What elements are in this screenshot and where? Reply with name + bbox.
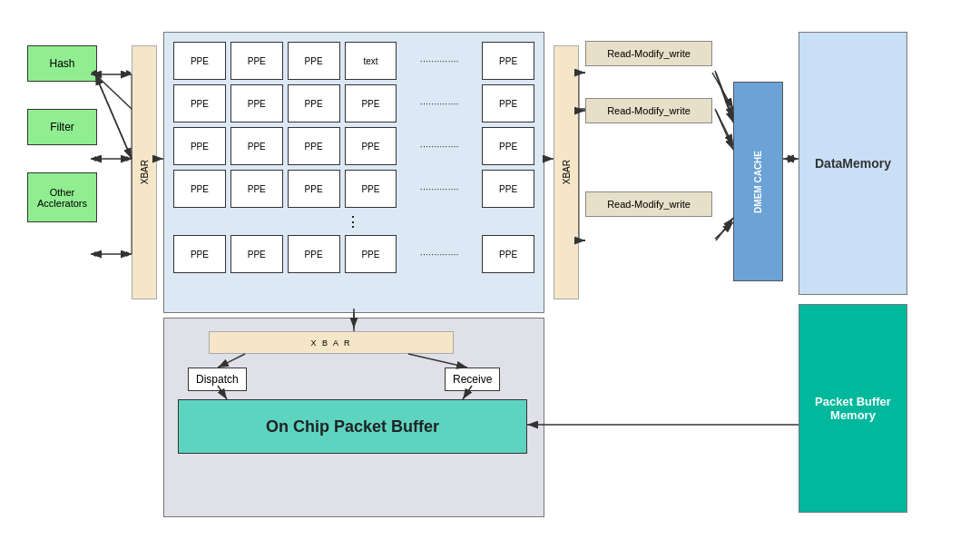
svg-line-18 — [712, 73, 733, 127]
xbar-horizontal: X B A R — [209, 331, 454, 354]
hash-label: Hash — [50, 57, 75, 70]
ppe-cell: PPE — [345, 235, 397, 273]
receive-box: Receive — [445, 368, 500, 391]
rmw-box-3: Read-Modify_write — [585, 191, 712, 217]
filter-box: Filter — [27, 109, 97, 145]
svg-line-15 — [716, 218, 733, 240]
ppe-cell: PPE — [345, 170, 397, 208]
packet-buffer-memory-label: Packet BufferMemory — [815, 395, 891, 422]
ppe-dots: ·············· — [401, 249, 477, 260]
xbar-horiz-label: X B A R — [310, 338, 351, 348]
ppe-cell: PPE — [288, 235, 340, 273]
ppe-cell: PPE — [173, 84, 226, 123]
other-label: Other Acclerators — [37, 187, 87, 209]
ppe-dots: ·············· — [401, 141, 477, 152]
hash-box: Hash — [27, 45, 97, 82]
left-accelerators: Hash Filter Other Acclerators — [27, 45, 97, 222]
xbar-right-label: XBAR — [562, 160, 572, 184]
svg-line-13 — [716, 73, 733, 118]
xbar-right: XBAR — [554, 45, 579, 299]
svg-line-3 — [95, 74, 132, 159]
svg-line-20 — [715, 109, 733, 150]
ppe-cell: PPE — [230, 170, 283, 208]
packet-buffer-memory-box: Packet BufferMemory — [799, 304, 907, 513]
ppe-dots: ·············· — [401, 55, 477, 66]
on-chip-label: On Chip Packet Buffer — [266, 417, 439, 436]
ppe-cell: PPE — [173, 42, 226, 80]
svg-line-2 — [95, 74, 132, 159]
ppe-cell: PPE — [345, 127, 397, 165]
ppe-cell: PPE — [345, 84, 397, 123]
data-memory-label: DataMemory — [815, 156, 891, 171]
data-memory-box: DataMemory — [799, 32, 907, 295]
ppe-text-cell: text — [345, 42, 397, 80]
ppe-cell: PPE — [230, 84, 283, 123]
ppe-dots: ·············· — [401, 98, 477, 109]
xbar-left: XBAR — [132, 45, 157, 299]
ppe-cell: PPE — [482, 84, 534, 123]
svg-line-17 — [712, 73, 733, 109]
ppe-cell: PPE — [173, 170, 226, 208]
ppe-cell: PPE — [482, 235, 534, 273]
ppe-cell: PPE — [288, 42, 340, 80]
ppe-cell: PPE — [482, 127, 534, 165]
ppe-cell: PPE — [288, 127, 340, 165]
vertical-dots: ⋮ — [346, 213, 363, 230]
receive-label: Receive — [453, 373, 492, 386]
svg-line-4 — [95, 74, 132, 109]
rmw-box-1: Read-Modify_write — [585, 41, 712, 66]
dmem-label: DMEM CACHE — [753, 151, 763, 213]
filter-label: Filter — [50, 121, 74, 133]
diagram-container: Hash Filter Other Acclerators XBAR PPE P… — [0, 0, 980, 549]
ppe-cell: PPE — [230, 127, 283, 165]
xbar-left-label: XBAR — [140, 160, 150, 184]
rmw-box-2: Read-Modify_write — [585, 98, 712, 123]
dispatch-label: Dispatch — [196, 373, 239, 386]
ppe-cell: PPE — [230, 42, 283, 80]
svg-line-19 — [715, 71, 733, 123]
ppe-cell: PPE — [482, 42, 534, 80]
svg-line-14 — [716, 111, 733, 145]
ppe-cell: PPE — [482, 170, 534, 208]
svg-line-21 — [715, 222, 733, 239]
on-chip-packet-buffer: On Chip Packet Buffer — [178, 399, 527, 454]
rmw-container: Read-Modify_write Read-Modify_write Read… — [585, 41, 712, 217]
ppe-cell: PPE — [288, 84, 340, 123]
ppe-cell: PPE — [230, 235, 283, 273]
ppe-cell: PPE — [288, 170, 340, 208]
ppe-cell: PPE — [173, 127, 226, 165]
dmem-cache-box: DMEM CACHE — [733, 82, 783, 281]
ppe-cell: PPE — [173, 235, 226, 273]
other-box: Other Acclerators — [27, 172, 97, 222]
ppe-container: PPE PPE PPE text ·············· PPE PPE … — [163, 32, 544, 313]
svg-marker-41 — [91, 251, 96, 257]
ppe-dots: ·············· — [401, 183, 477, 194]
dispatch-box: Dispatch — [188, 368, 247, 391]
